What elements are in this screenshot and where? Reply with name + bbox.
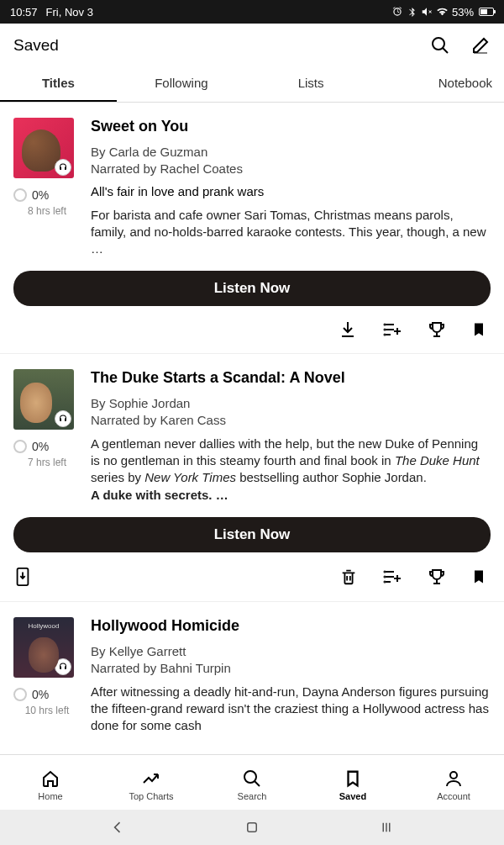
bookmark-button[interactable] <box>470 567 487 587</box>
status-icons: 53% <box>391 6 494 18</box>
progress-indicator <box>13 188 27 202</box>
book-cover[interactable] <box>13 369 74 430</box>
audiobook-badge-icon <box>55 410 71 427</box>
page-title: Saved <box>13 36 59 55</box>
bars-icon <box>378 820 395 835</box>
download-icon <box>338 320 358 340</box>
time-remaining: 7 hrs left <box>15 457 79 468</box>
add-to-list-button[interactable] <box>381 567 403 587</box>
bookmark-icon <box>470 320 487 340</box>
achievement-button[interactable] <box>427 567 447 587</box>
book-item[interactable]: 0% 7 hrs left The Duke Starts a Scandal:… <box>0 354 504 602</box>
svg-line-1 <box>443 48 448 53</box>
tab-following[interactable]: Following <box>117 64 246 102</box>
progress-indicator <box>13 688 27 701</box>
status-date: Fri, Nov 3 <box>46 6 93 18</box>
time-remaining: 10 hrs left <box>15 705 79 716</box>
book-narrator: Narrated by Bahni Turpin <box>91 661 491 675</box>
nav-home[interactable]: Home <box>0 755 101 810</box>
square-icon <box>244 820 260 835</box>
book-description: After witnessing a deadly hit-and-run, D… <box>91 684 491 735</box>
svg-point-7 <box>385 330 386 330</box>
list-add-icon <box>381 320 403 340</box>
trophy-icon <box>427 567 447 587</box>
search-icon <box>242 768 262 789</box>
book-title: The Duke Starts a Scandal: A Novel <box>91 369 491 388</box>
audiobook-badge-icon <box>55 658 71 675</box>
progress-indicator <box>13 440 27 453</box>
nav-account[interactable]: Account <box>403 755 504 810</box>
download-device-button[interactable] <box>13 566 32 588</box>
add-to-list-button[interactable] <box>381 320 403 340</box>
wifi-icon <box>436 6 449 18</box>
book-author: By Carla de Guzman <box>91 145 491 159</box>
bottom-nav: Home Top Charts Search Saved Account <box>0 754 504 810</box>
bookmark-button[interactable] <box>470 320 487 340</box>
alarm-icon <box>391 6 403 18</box>
battery-pct: 53% <box>452 6 474 18</box>
progress-percent: 0% <box>32 688 49 701</box>
edit-button[interactable] <box>470 35 491 55</box>
svg-point-16 <box>385 576 386 577</box>
sys-home-button[interactable] <box>244 820 260 835</box>
mute-icon <box>421 6 433 18</box>
book-title: Hollywood Homicide <box>91 617 491 636</box>
listen-now-button[interactable]: Listen Now <box>13 517 491 552</box>
search-button[interactable] <box>430 35 450 55</box>
home-icon <box>40 768 60 789</box>
nav-top-charts[interactable]: Top Charts <box>101 755 202 810</box>
book-item[interactable]: 0% 10 hrs left Hollywood Homicide By Kel… <box>0 602 504 747</box>
search-icon <box>430 35 450 55</box>
book-author: By Sophie Jordan <box>91 396 491 410</box>
nav-search[interactable]: Search <box>202 755 302 810</box>
svg-line-21 <box>255 781 260 786</box>
progress-percent: 0% <box>32 188 49 202</box>
bookmark-icon <box>470 567 487 587</box>
time-remaining: 8 hrs left <box>15 205 79 217</box>
download-button[interactable] <box>338 320 358 340</box>
sys-back-button[interactable] <box>109 819 126 836</box>
person-icon <box>444 768 464 789</box>
book-title: Sweet on You <box>91 118 491 136</box>
svg-rect-23 <box>248 823 257 832</box>
book-narrator: Narrated by Karen Cass <box>91 413 491 427</box>
trash-icon <box>339 567 358 587</box>
trending-icon <box>141 768 161 789</box>
tabs: Titles Following Lists Notebook <box>0 64 504 103</box>
svg-point-6 <box>385 325 386 325</box>
book-description: For barista and cafe owner Sari Tomas, C… <box>91 207 491 258</box>
bluetooth-icon <box>407 7 417 18</box>
svg-point-8 <box>385 335 386 335</box>
chevron-left-icon <box>109 819 126 836</box>
bookmark-icon <box>344 768 362 789</box>
delete-button[interactable] <box>339 567 358 587</box>
status-time: 10:57 <box>10 6 38 18</box>
svg-point-17 <box>385 581 386 582</box>
achievement-button[interactable] <box>427 320 447 340</box>
book-tagline: All's fair in love and prank wars <box>91 184 491 198</box>
progress-percent: 0% <box>32 440 49 453</box>
tab-notebook[interactable]: Notebook <box>375 64 504 102</box>
sys-recents-button[interactable] <box>378 820 395 835</box>
tab-titles[interactable]: Titles <box>0 64 117 102</box>
page-header: Saved <box>0 24 504 64</box>
listen-now-button[interactable]: Listen Now <box>13 271 491 306</box>
battery-icon <box>479 8 494 16</box>
nav-saved[interactable]: Saved <box>302 755 403 810</box>
audiobook-badge-icon <box>55 159 71 176</box>
book-description: A gentleman never dallies with the help,… <box>91 436 491 504</box>
android-status-bar: 10:57 Fri, Nov 3 53% <box>0 0 504 24</box>
book-item[interactable]: 0% 8 hrs left Sweet on You By Carla de G… <box>0 103 504 354</box>
svg-point-0 <box>433 38 444 50</box>
book-cover[interactable] <box>13 118 74 178</box>
android-nav-bar <box>0 810 504 845</box>
svg-point-22 <box>450 772 457 779</box>
device-download-icon <box>13 566 32 588</box>
svg-point-15 <box>385 571 386 572</box>
book-cover[interactable] <box>13 617 74 678</box>
tab-lists[interactable]: Lists <box>246 64 375 102</box>
book-list: 0% 8 hrs left Sweet on You By Carla de G… <box>0 103 504 747</box>
list-add-icon <box>381 567 403 587</box>
svg-point-20 <box>244 771 256 783</box>
book-author: By Kellye Garrett <box>91 644 491 658</box>
